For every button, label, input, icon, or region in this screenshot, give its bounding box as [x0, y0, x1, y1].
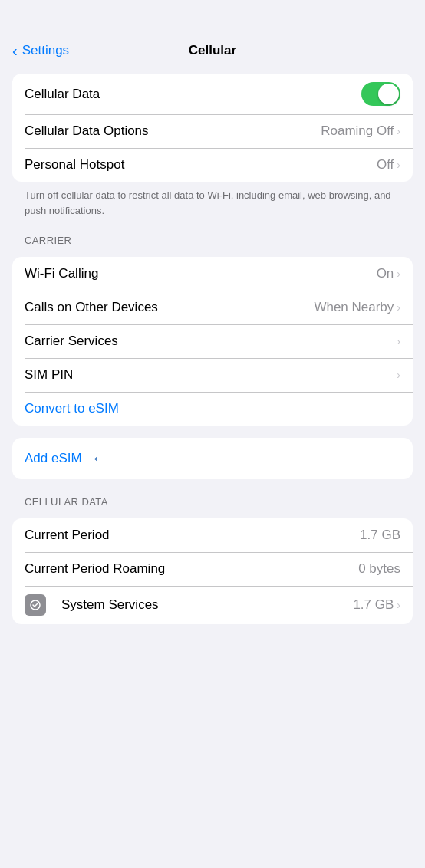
cellular-data-section: Current Period 1.7 GB Current Period Roa… [12, 518, 413, 624]
carrier-section-header: CARRIER [0, 218, 425, 251]
carrier-section: Wi-Fi Calling On › Calls on Other Device… [12, 257, 413, 426]
convert-esim-row[interactable]: Convert to eSIM [12, 392, 413, 426]
convert-esim-label: Convert to eSIM [25, 401, 119, 416]
back-label: Settings [22, 43, 69, 58]
cellular-data-row[interactable]: Cellular Data [12, 74, 413, 114]
calls-other-devices-value: When Nearby [314, 300, 394, 315]
esim-arrow-icon: ← [91, 449, 108, 469]
carrier-services-label: Carrier Services [25, 334, 118, 349]
sim-pin-right: › [397, 369, 400, 381]
carrier-services-row[interactable]: Carrier Services › [12, 324, 413, 358]
system-services-value: 1.7 GB [353, 597, 394, 613]
cellular-data-label: Cellular Data [25, 87, 100, 102]
wifi-calling-value: On [377, 266, 394, 281]
main-card: Cellular Data Cellular Data Options Roam… [12, 74, 413, 182]
back-chevron-icon: ‹ [12, 43, 18, 58]
current-period-roaming-row[interactable]: Current Period Roaming 0 bytes [12, 552, 413, 586]
page-title: Cellular [189, 43, 236, 58]
personal-hotspot-right: Off › [377, 157, 400, 173]
system-services-right: 1.7 GB › [353, 597, 400, 613]
personal-hotspot-row[interactable]: Personal Hotspot Off › [12, 148, 413, 182]
calls-other-devices-right: When Nearby › [314, 300, 400, 315]
calls-other-devices-chevron: › [397, 301, 400, 314]
wifi-calling-row[interactable]: Wi-Fi Calling On › [12, 257, 413, 291]
add-esim-label: Add eSIM [25, 451, 82, 466]
main-section: Cellular Data Cellular Data Options Roam… [12, 74, 413, 218]
toggle-knob [378, 84, 399, 104]
calls-other-devices-label: Calls on Other Devices [25, 300, 158, 315]
current-period-value: 1.7 GB [360, 528, 400, 543]
sim-pin-chevron: › [397, 369, 400, 381]
sim-pin-row[interactable]: SIM PIN › [12, 358, 413, 392]
current-period-roaming-value: 0 bytes [358, 561, 400, 577]
personal-hotspot-label: Personal Hotspot [25, 157, 124, 173]
cellular-data-card: Current Period 1.7 GB Current Period Roa… [12, 518, 413, 624]
nav-header: ‹ Settings Cellular [0, 0, 425, 67]
system-services-label: System Services [61, 597, 159, 613]
cellular-data-options-value: Roaming Off [321, 123, 394, 139]
current-period-label: Current Period [25, 528, 110, 543]
wifi-calling-right: On › [377, 266, 400, 281]
carrier-card: Wi-Fi Calling On › Calls on Other Device… [12, 257, 413, 426]
add-esim-card[interactable]: Add eSIM ← [12, 438, 413, 479]
carrier-services-right: › [397, 335, 400, 347]
current-period-right: 1.7 GB [360, 528, 400, 543]
back-button[interactable]: ‹ Settings [12, 43, 69, 58]
cellular-data-toggle[interactable] [361, 82, 400, 106]
sim-pin-label: SIM PIN [25, 367, 73, 383]
cellular-data-options-row[interactable]: Cellular Data Options Roaming Off › [12, 114, 413, 148]
wifi-calling-label: Wi-Fi Calling [25, 266, 98, 281]
cellular-data-description: Turn off cellular data to restrict all d… [12, 182, 413, 218]
cellular-data-options-right: Roaming Off › [321, 123, 400, 139]
current-period-roaming-right: 0 bytes [358, 561, 400, 577]
wifi-calling-chevron: › [397, 268, 400, 280]
cellular-data-options-chevron: › [397, 125, 400, 137]
personal-hotspot-value: Off [377, 157, 394, 173]
current-period-roaming-label: Current Period Roaming [25, 561, 165, 577]
cellular-data-options-label: Cellular Data Options [25, 123, 149, 139]
system-services-icon [25, 594, 46, 616]
carrier-services-chevron: › [397, 335, 400, 347]
system-services-left: System Services [25, 594, 159, 616]
personal-hotspot-chevron: › [397, 159, 400, 171]
current-period-row[interactable]: Current Period 1.7 GB [12, 518, 413, 552]
system-services-row[interactable]: System Services 1.7 GB › [12, 586, 413, 624]
system-services-chevron: › [397, 599, 400, 611]
cellular-data-section-header: CELLULAR DATA [0, 479, 425, 512]
calls-other-devices-row[interactable]: Calls on Other Devices When Nearby › [12, 291, 413, 324]
